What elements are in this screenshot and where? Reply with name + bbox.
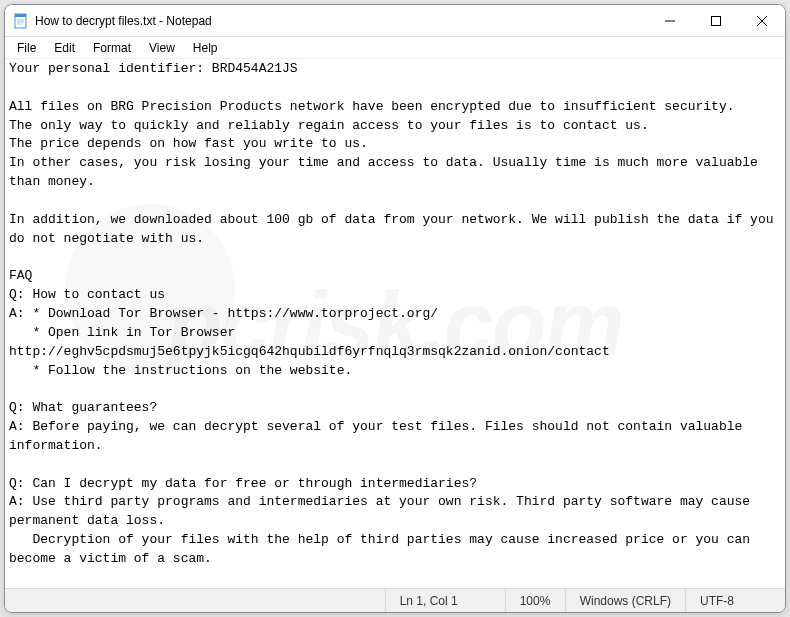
status-lineending: Windows (CRLF) bbox=[565, 589, 685, 612]
status-zoom[interactable]: 100% bbox=[505, 589, 565, 612]
text-area[interactable]: pcrisk.comYour personal identifier: BRD4… bbox=[5, 59, 785, 588]
menu-edit[interactable]: Edit bbox=[46, 39, 83, 57]
close-button[interactable] bbox=[739, 5, 785, 37]
window-title: How to decrypt files.txt - Notepad bbox=[35, 14, 212, 28]
notepad-icon bbox=[13, 13, 29, 29]
svg-rect-1 bbox=[15, 14, 26, 17]
menu-file[interactable]: File bbox=[9, 39, 44, 57]
window-controls bbox=[647, 5, 785, 36]
statusbar: Ln 1, Col 1 100% Windows (CRLF) UTF-8 bbox=[5, 588, 785, 612]
maximize-button[interactable] bbox=[693, 5, 739, 37]
menu-help[interactable]: Help bbox=[185, 39, 226, 57]
status-position: Ln 1, Col 1 bbox=[385, 589, 505, 612]
svg-rect-6 bbox=[712, 17, 721, 26]
minimize-button[interactable] bbox=[647, 5, 693, 37]
menu-view[interactable]: View bbox=[141, 39, 183, 57]
menu-format[interactable]: Format bbox=[85, 39, 139, 57]
notepad-window: How to decrypt files.txt - Notepad File … bbox=[4, 4, 786, 613]
document-text: Your personal identifier: BRD454A21JS Al… bbox=[9, 61, 781, 566]
status-encoding: UTF-8 bbox=[685, 589, 785, 612]
titlebar[interactable]: How to decrypt files.txt - Notepad bbox=[5, 5, 785, 37]
menubar: File Edit Format View Help bbox=[5, 37, 785, 59]
